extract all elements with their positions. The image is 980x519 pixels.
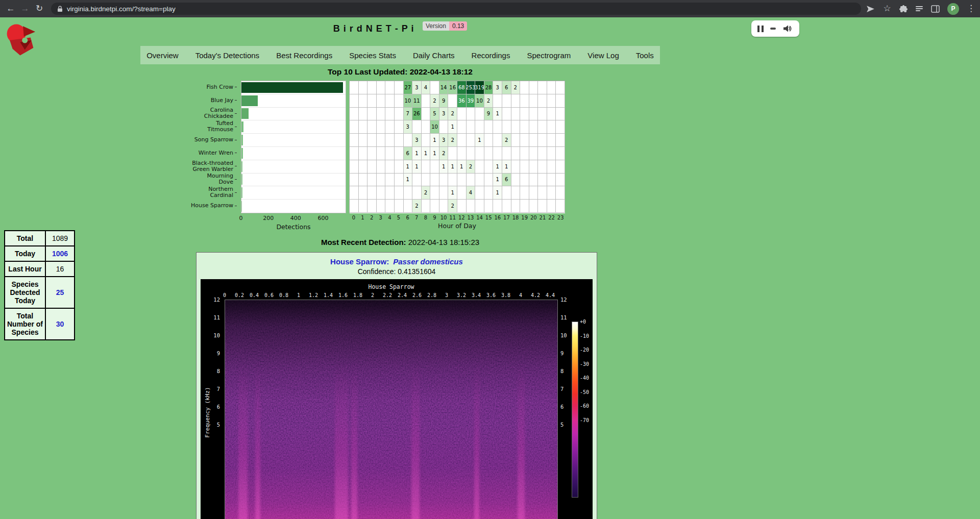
toolbar-nav-buttons: ← → ↻ — [0, 0, 46, 17]
heat-cell — [457, 147, 467, 160]
detection-panel: House Sparrow:Passer domesticus Confiden… — [196, 252, 597, 519]
heat-cell — [547, 186, 556, 200]
heat-cell — [395, 108, 404, 121]
heat-cell — [359, 147, 368, 160]
heat-cell: 2 — [448, 134, 457, 147]
bar-row — [241, 186, 346, 200]
menu-dots-icon[interactable]: ⋮ — [967, 0, 974, 17]
heat-cell — [457, 108, 467, 121]
reload-icon[interactable]: ↻ — [33, 0, 46, 17]
heat-cell — [538, 174, 547, 187]
nav-item-daily-charts[interactable]: Daily Charts — [413, 51, 455, 60]
hour-tick: 23 — [556, 215, 565, 220]
heat-cell — [377, 134, 386, 147]
heat-cell — [556, 120, 565, 134]
heat-cell — [547, 108, 556, 121]
heat-cell: 1 — [412, 160, 422, 174]
stats-row: Today1006 — [5, 246, 75, 261]
heat-cell: 319 — [475, 81, 484, 94]
back-icon[interactable]: ← — [4, 0, 17, 17]
version-value: 0.13 — [449, 21, 467, 31]
spectrogram-x-tick: 2.4 — [398, 292, 407, 298]
nav-item-spectrogram[interactable]: Spectrogram — [527, 51, 571, 60]
profile-avatar[interactable]: P — [947, 3, 959, 15]
heat-cell — [359, 81, 368, 94]
heat-cell — [529, 200, 538, 213]
heat-cell — [475, 160, 484, 174]
detections-bar — [241, 135, 243, 145]
heat-cell: 4 — [467, 186, 476, 200]
reading-list-icon[interactable] — [915, 5, 923, 13]
detections-bar — [241, 201, 242, 212]
heat-cell — [404, 134, 413, 147]
heat-cell — [368, 186, 377, 200]
spectrogram-x-tick: 1 — [297, 292, 300, 298]
bookmark-star-icon[interactable]: ☆ — [883, 0, 892, 17]
heat-cell — [511, 134, 521, 147]
heat-cell: 2 — [439, 147, 449, 160]
detection-sci-link[interactable]: Passer domesticus — [393, 257, 463, 266]
heat-cell — [395, 94, 404, 108]
forward-icon[interactable]: → — [18, 0, 32, 17]
heat-cell — [350, 134, 359, 147]
heat-cell — [520, 200, 529, 213]
nav-item-overview[interactable]: Overview — [146, 51, 179, 60]
stats-value[interactable]: 30 — [45, 308, 75, 340]
spectrogram-colorbar — [572, 322, 578, 498]
spectrogram-y-tick: 8 — [201, 368, 220, 374]
bar-row — [241, 120, 346, 134]
hour-tick: 18 — [511, 215, 520, 220]
pause-button[interactable] — [757, 26, 764, 32]
stats-table-body: Total1089Today1006Last Hour16Species Det… — [5, 231, 75, 340]
heat-cell: 1 — [448, 160, 457, 174]
heat-cell — [350, 200, 359, 213]
heat-cell — [520, 81, 529, 94]
stats-value[interactable]: 25 — [45, 277, 75, 308]
heat-cell: 6 — [404, 147, 413, 160]
heat-cell — [493, 94, 502, 108]
spectrogram-y-tick: 11 — [201, 314, 220, 320]
spectrogram-colorbar-tick: -60 — [580, 403, 589, 409]
heat-cell — [368, 174, 377, 187]
heat-cell: 2 — [412, 200, 422, 213]
spectrogram-x-tick: 3.2 — [457, 292, 466, 298]
heat-cell — [493, 134, 502, 147]
heat-cell — [493, 200, 502, 213]
heat-cell: 1 — [404, 174, 413, 187]
nav-item-best-recordings[interactable]: Best Recordings — [276, 51, 332, 60]
send-icon[interactable] — [866, 5, 875, 13]
hour-tick: 21 — [538, 215, 547, 220]
heat-cell — [448, 94, 457, 108]
nav-item-species-stats[interactable]: Species Stats — [349, 51, 396, 60]
heat-cell — [511, 94, 521, 108]
url-bar[interactable]: virginia.birdnetpi.com/?stream=play — [51, 3, 861, 15]
heat-cell — [359, 120, 368, 134]
spectrogram-colorbar-tick: -40 — [580, 375, 589, 381]
audio-player[interactable] — [751, 20, 799, 37]
bar-tick: 0 — [239, 215, 243, 221]
nav-item-today-s-detections[interactable]: Today's Detections — [195, 51, 259, 60]
heat-cell — [412, 120, 422, 134]
heat-cell: 36 — [457, 94, 467, 108]
hour-tick: 1 — [358, 215, 368, 220]
extensions-icon[interactable] — [899, 5, 908, 13]
bar-row — [241, 81, 346, 94]
nav-item-view-log[interactable]: View Log — [587, 51, 619, 60]
heat-cell: 2 — [448, 200, 457, 213]
heat-cell — [395, 120, 404, 134]
detections-bar — [241, 95, 258, 106]
heat-cell: 2 — [422, 186, 431, 200]
detection-species-link[interactable]: House Sparrow: — [330, 257, 389, 266]
side-panel-icon[interactable] — [931, 5, 940, 13]
nav-item-tools[interactable]: Tools — [636, 51, 654, 60]
heat-cell — [502, 120, 511, 134]
heat-cell — [395, 134, 404, 147]
heat-cell: 2 — [502, 134, 511, 147]
heat-cell — [547, 174, 556, 187]
nav-item-recordings[interactable]: Recordings — [472, 51, 510, 60]
stats-value[interactable]: 1006 — [45, 246, 75, 261]
heat-cell: 1 — [422, 147, 431, 160]
volume-icon[interactable] — [782, 24, 792, 33]
heat-cell: 39 — [467, 94, 476, 108]
heat-cell — [385, 160, 395, 174]
